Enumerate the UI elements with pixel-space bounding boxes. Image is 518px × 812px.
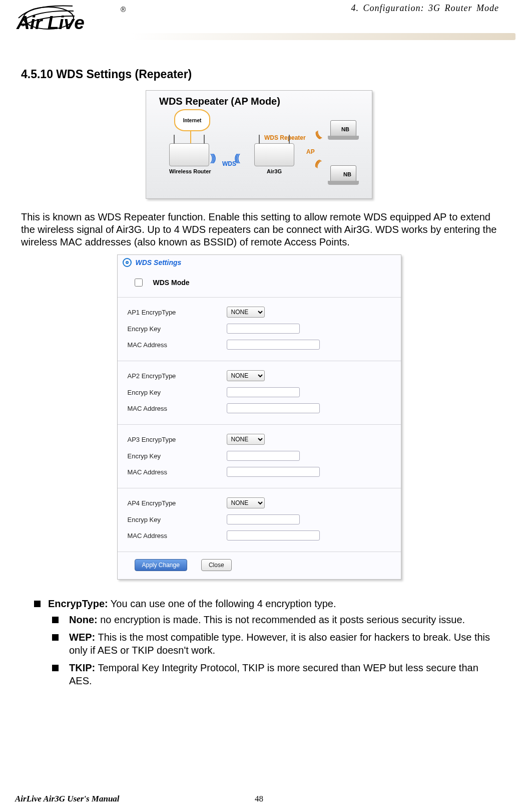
ap1-block: AP1 EncrypType NONE Encryp Key MAC Addre… [118, 298, 401, 361]
tkip-text: Temporal Key Integrity Protocol, TKIP is… [69, 662, 478, 686]
ap4-encryptype-select[interactable]: NONE [227, 497, 265, 508]
notebook-2-label: NB [343, 171, 351, 177]
ap2-mac-label: MAC Address [128, 405, 227, 412]
wds-signal-out-icon: ))) [210, 152, 214, 164]
wep-text: This is the most compatible type. Howeve… [69, 632, 490, 656]
wireless-router-label: Wireless Router [169, 168, 211, 174]
notebook-1-label: NB [341, 126, 349, 132]
header-divider [130, 33, 515, 40]
wds-repeater-diagram: WDS Repeater (AP Mode) Internet Wireless… [146, 90, 372, 199]
ap4-encryptype-label: AP4 EncrypType [128, 499, 227, 507]
bullet-wep: WEP: This is the most compatible type. H… [48, 631, 497, 657]
section-heading: 4.5.10 WDS Settings (Repeater) [21, 68, 503, 81]
close-button[interactable]: Close [201, 559, 232, 571]
wds-repeater-label: WDS Repeater [264, 134, 306, 141]
bullet-none: None: no encryption is made. This is not… [48, 614, 497, 627]
ap3-mac-label: MAC Address [128, 468, 227, 476]
ap4-encrypkey-input[interactable] [227, 514, 300, 524]
page-number: 48 [255, 794, 263, 804]
none-title: None: [69, 614, 98, 625]
wds-signal-in-icon: ))) [236, 152, 240, 164]
none-text: no encryption is made. This is not recom… [98, 614, 465, 625]
ap3-encryptype-select[interactable]: NONE [227, 434, 265, 445]
internet-cloud: Internet [174, 109, 210, 131]
svg-text:Air Live: Air Live [16, 13, 85, 33]
page-footer: AirLive Air3G User's Manual 48 [15, 794, 503, 804]
chapter-label: 4. Configuration: 3G Router Mode [351, 3, 499, 14]
ap3-block: AP3 EncrypType NONE Encryp Key MAC Addre… [118, 425, 401, 488]
ap4-block: AP4 EncrypType NONE Encryp Key MAC Addre… [118, 488, 401, 552]
ap3-encryptype-label: AP3 EncrypType [128, 436, 227, 443]
ap2-encryptype-select[interactable]: NONE [227, 370, 265, 381]
svg-text:®: ® [121, 6, 126, 14]
ap3-encrypkey-label: Encryp Key [128, 452, 227, 460]
ap1-mac-label: MAC Address [128, 341, 227, 349]
encryptype-title: EncrypType: [48, 598, 108, 609]
tkip-title: TKIP: [69, 662, 95, 673]
ap1-mac-input[interactable] [227, 340, 320, 350]
panel-title: WDS Settings [136, 258, 182, 266]
panel-header: WDS Settings [118, 255, 401, 270]
bullet-tkip: TKIP: Temporal Key Integrity Protocol, T… [48, 662, 497, 687]
ap1-encrypkey-input[interactable] [227, 324, 300, 334]
wep-title: WEP: [69, 632, 95, 643]
ap2-encrypkey-label: Encryp Key [128, 389, 227, 396]
air3g-label: Air3G [254, 168, 294, 174]
apply-change-button[interactable]: Apply Change [135, 559, 187, 571]
ap-signal-up-icon: ))) [315, 129, 323, 140]
intro-paragraph: This is known as WDS Repeater function. … [21, 211, 497, 248]
ap-label: AP [306, 148, 315, 155]
gear-icon [123, 258, 132, 267]
wds-settings-panel: WDS Settings WDS Mode AP1 EncrypType NON… [117, 254, 401, 580]
ap1-encryptype-select[interactable]: NONE [227, 307, 265, 318]
wds-label: WDS [222, 160, 236, 167]
wireless-router-device: Wireless Router [169, 143, 211, 174]
ap2-block: AP2 EncrypType NONE Encryp Key MAC Addre… [118, 361, 401, 425]
wds-mode-checkbox[interactable] [135, 279, 143, 287]
ap4-mac-input[interactable] [227, 530, 320, 540]
ap2-mac-input[interactable] [227, 403, 320, 413]
manual-title: AirLive Air3G User's Manual [15, 794, 120, 803]
bullet-encryptype: EncrypType: You can use one of the follo… [21, 598, 497, 688]
ap-signal-down-icon: ))) [315, 158, 323, 169]
ap4-encrypkey-label: Encryp Key [128, 516, 227, 523]
encryption-types-list: EncrypType: You can use one of the follo… [21, 598, 497, 688]
ap2-encryptype-label: AP2 EncrypType [128, 372, 227, 380]
ap1-encrypkey-label: Encryp Key [128, 325, 227, 333]
ap3-encrypkey-input[interactable] [227, 451, 300, 461]
ap1-encryptype-label: AP1 EncrypType [128, 309, 227, 316]
wds-mode-label: WDS Mode [153, 279, 190, 287]
ap3-mac-input[interactable] [227, 467, 320, 477]
ap2-encrypkey-input[interactable] [227, 387, 300, 397]
encryptype-text: You can use one of the following 4 encry… [108, 598, 336, 609]
air3g-device: Air3G [254, 143, 294, 174]
brand-logo: Air Live ® [13, 0, 135, 36]
diagram-title: WDS Repeater (AP Mode) [159, 96, 363, 107]
ap4-mac-label: MAC Address [128, 532, 227, 539]
